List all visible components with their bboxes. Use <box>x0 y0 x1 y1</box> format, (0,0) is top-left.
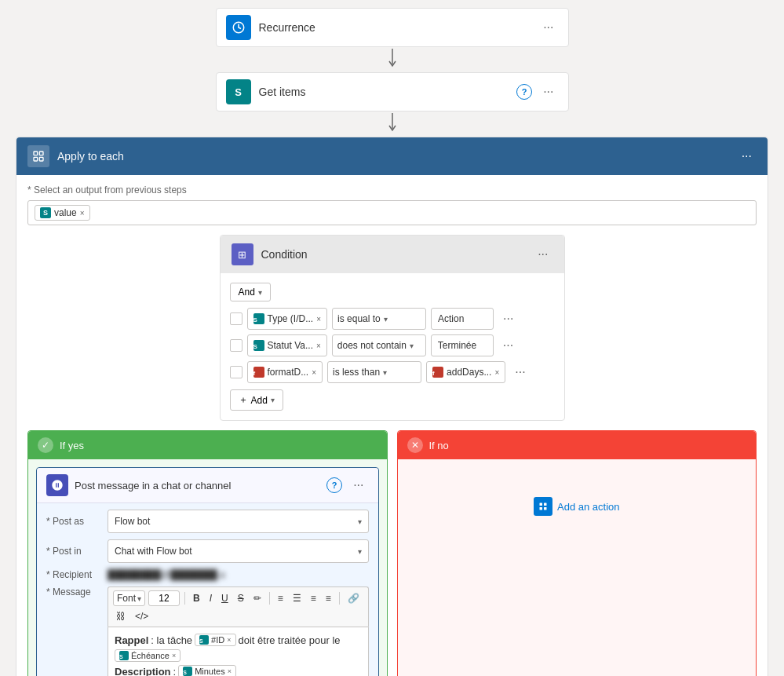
cond-token-1-close[interactable]: × <box>316 315 321 323</box>
cond-token-2-close[interactable]: × <box>316 342 321 350</box>
cond-token-3[interactable]: f formatD... × <box>247 361 323 383</box>
msg-token-minutes-close[interactable]: × <box>228 667 232 675</box>
recurrence-menu-btn[interactable]: ··· <box>538 19 558 36</box>
font-label: Font <box>117 593 136 604</box>
get-items-node[interactable]: S Get items ? ··· <box>216 72 569 111</box>
get-items-menu-btn[interactable]: ··· <box>538 83 558 100</box>
msg-rappel: Rappel <box>115 634 148 646</box>
cond-value-2[interactable]: Terminée <box>431 334 494 356</box>
code-btn[interactable]: </> <box>132 609 151 623</box>
cond-token-3-close[interactable]: × <box>312 368 316 377</box>
get-items-title: Get items <box>259 86 517 98</box>
cond-row-1-menu[interactable]: ··· <box>498 310 518 327</box>
add-action-no-icon <box>534 497 552 516</box>
cond-operator-3[interactable]: is less than ▾ <box>327 361 421 383</box>
cond-token-1[interactable]: S Type (I/D... × <box>247 308 328 330</box>
add-chevron: ▾ <box>271 396 275 404</box>
value-token[interactable]: S value × <box>35 205 90 221</box>
condition-menu-btn[interactable]: ··· <box>533 246 552 263</box>
arrow-1 <box>16 47 768 72</box>
cond-checkbox-1[interactable] <box>230 312 242 325</box>
message-row: * Message Font ▾ <box>46 586 369 676</box>
message-editor: Font ▾ B I U S <box>108 586 369 676</box>
svg-rect-5 <box>34 157 38 161</box>
add-plus: ＋ <box>239 393 248 407</box>
cond-token-2[interactable]: S Statut Va... × <box>247 334 327 356</box>
msg-token-echeance-label: Échéance <box>131 651 170 660</box>
post-msg-help-icon[interactable]: ? <box>326 477 342 493</box>
list-btn-2[interactable]: ☰ <box>290 591 304 605</box>
msg-editor-body[interactable]: Rappel : la tâche S #ID <box>108 627 369 676</box>
underline-btn[interactable]: U <box>218 591 232 605</box>
select-output-label: * Select an output from previous steps <box>27 185 757 195</box>
pen-btn[interactable]: ✏ <box>250 591 264 605</box>
toolbar-sep-1 <box>184 592 185 605</box>
apply-each-title: Apply to each <box>57 150 737 163</box>
cond-operator-1[interactable]: is equal to ▾ <box>332 308 426 330</box>
cond-token-2-icon: S <box>253 340 264 351</box>
cond-value-1-text: Action <box>438 313 464 324</box>
recurrence-node[interactable]: Recurrence ··· <box>216 8 569 47</box>
post-message-card: Post message in a chat or channel ? ··· … <box>36 467 379 676</box>
cond-operator-2[interactable]: does not contain ▾ <box>332 334 426 356</box>
cond-checkbox-2[interactable] <box>230 339 242 352</box>
msg-token-echeance[interactable]: S Échéance × <box>115 649 181 662</box>
msg-token-id-icon: S <box>199 635 209 645</box>
link-btn[interactable]: 🔗 <box>345 591 363 605</box>
svg-rect-11 <box>539 503 542 506</box>
list-btn-1[interactable]: ≡ <box>275 591 286 605</box>
cond-checkbox-3[interactable] <box>230 366 242 378</box>
italic-btn[interactable]: I <box>206 591 215 605</box>
value-token-close[interactable]: × <box>80 209 85 217</box>
add-action-no-btn[interactable]: Add an action <box>406 491 749 522</box>
and-chevron: ▾ <box>258 288 262 297</box>
toolbar-sep-2 <box>269 592 270 605</box>
condition-header: ⊞ Condition ··· <box>221 236 564 273</box>
get-items-help-icon[interactable]: ? <box>516 84 532 100</box>
link-btn-2[interactable]: ⛓ <box>113 609 129 623</box>
post-in-select[interactable]: Chat with Flow bot ▾ <box>108 539 369 563</box>
svg-rect-4 <box>39 152 43 155</box>
branch-no-icon: ✕ <box>407 437 423 453</box>
add-condition-btn[interactable]: ＋ Add ▾ <box>230 389 283 411</box>
msg-doit: doit être traitée pour le <box>239 634 341 646</box>
msg-colon-task: : la tâche <box>151 634 192 646</box>
msg-token-id-close[interactable]: × <box>227 636 231 644</box>
apply-each-header: Apply to each ··· <box>16 137 768 175</box>
post-as-select[interactable]: Flow bot ▾ <box>108 510 369 533</box>
cond-token-3-right[interactable]: f addDays... × <box>426 361 505 383</box>
token-input[interactable]: S value × <box>27 200 757 225</box>
cond-value-2-text: Terminée <box>438 340 476 351</box>
and-label: And <box>239 287 255 298</box>
list-btn-4[interactable]: ≡ <box>323 591 334 605</box>
msg-line-2: S Échéance × <box>115 649 362 662</box>
condition-row-2: S Statut Va... × does not contain ▾ Term… <box>230 334 555 356</box>
and-button[interactable]: And ▾ <box>230 283 271 301</box>
post-msg-menu-btn[interactable]: ··· <box>348 477 368 494</box>
msg-token-minutes[interactable]: S Minutes × <box>178 665 236 676</box>
list-btn-3[interactable]: ≡ <box>308 591 319 605</box>
strike-btn[interactable]: S <box>235 591 247 605</box>
branch-yes-header: ✓ If yes <box>28 431 387 459</box>
apply-each-menu-btn[interactable]: ··· <box>737 148 757 165</box>
condition-card: ⊞ Condition ··· And ▾ <box>220 235 565 421</box>
msg-token-echeance-close[interactable]: × <box>172 652 176 660</box>
post-msg-title: Post message in a chat or channel <box>75 480 326 491</box>
condition-row-1: S Type (I/D... × is equal to ▾ Action <box>230 308 555 330</box>
post-as-label: * Post as <box>46 516 101 527</box>
msg-token-id[interactable]: S #ID × <box>195 634 235 646</box>
cond-row-2-menu[interactable]: ··· <box>498 337 518 354</box>
cond-operator-2-label: does not contain <box>337 340 407 351</box>
msg-token-minutes-icon: S <box>183 667 192 676</box>
cond-row-3-menu[interactable]: ··· <box>510 364 530 381</box>
cond-token-3-right-close[interactable]: × <box>494 368 499 377</box>
apply-each-container: Apply to each ··· * Select an output fro… <box>16 137 768 676</box>
bold-btn[interactable]: B <box>190 591 203 605</box>
cond-token-3-right-icon: f <box>432 367 443 378</box>
cond-value-1[interactable]: Action <box>431 308 494 330</box>
font-size-input[interactable] <box>148 590 180 606</box>
cond-operator-1-label: is equal to <box>337 313 381 324</box>
font-select[interactable]: Font ▾ <box>113 590 145 606</box>
recipient-label: * Recipient <box>46 569 101 580</box>
recurrence-title: Recurrence <box>259 21 539 34</box>
